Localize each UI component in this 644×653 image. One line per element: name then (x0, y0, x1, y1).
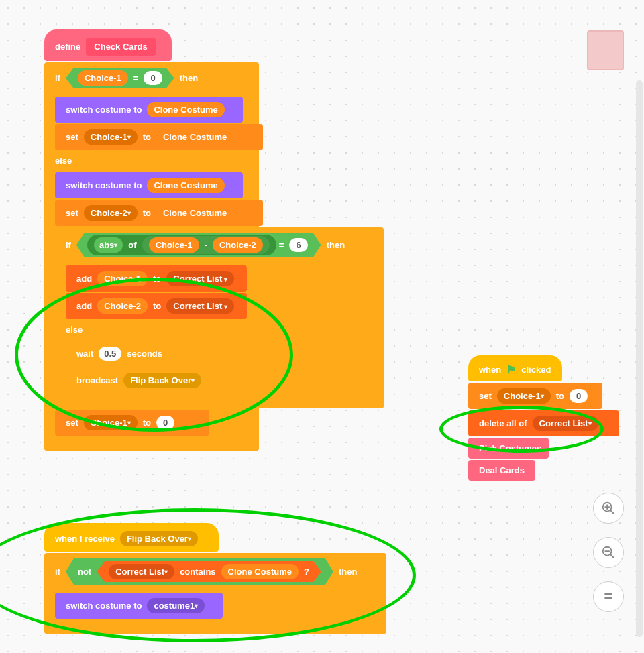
wait-seconds-input[interactable]: 0.5 (99, 347, 121, 361)
to-label-2: to (143, 208, 151, 218)
then-keyword-3: then (339, 567, 357, 577)
if-else-block-inner[interactable]: if abs of Choice-1 - Choice-2 (55, 227, 384, 408)
variable-reporter-choice1-c[interactable]: Choice-1 (97, 271, 148, 286)
else-row-inner: else (55, 320, 384, 339)
abs-dropdown[interactable]: abs (94, 237, 123, 253)
if-keyword: if (55, 73, 60, 83)
variable-dropdown-choice2[interactable]: Choice-2 (84, 205, 138, 221)
subtract-operator[interactable]: Choice-1 - Choice-2 (142, 236, 270, 254)
outer-if-foot (44, 437, 259, 451)
equals-operator-2[interactable]: abs of Choice-1 - Choice-2 = 6 (76, 233, 321, 257)
zoom-reset-label: = (604, 588, 613, 605)
question-mark: ? (304, 567, 309, 577)
variable-reporter-clone-costume-4[interactable]: Clone Costume (156, 205, 233, 221)
if3-foot (44, 620, 386, 634)
set-variable-block-3[interactable]: set Choice-1 to 0 (55, 410, 209, 436)
variable-reporter-clone-costume-3[interactable]: Clone Costume (147, 178, 224, 193)
list-contains-reporter[interactable]: Correct List contains Clone Costume ? (97, 561, 321, 582)
when-flag-clicked-hat[interactable]: when ⚑ clicked (468, 355, 562, 381)
delete-all-of-list-block[interactable]: delete all of Correct List (468, 410, 619, 436)
if-block-3[interactable]: if not Correct List contains Clone Costu… (44, 553, 386, 634)
zoom-out-button[interactable] (593, 537, 624, 568)
else-row-outer: else (44, 152, 259, 170)
define-hat-block[interactable]: define Check Cards (44, 29, 172, 61)
to-label: to (143, 132, 151, 142)
if-else-block-outer[interactable]: if Choice-1 = 0 then switch costume to C… (44, 62, 259, 451)
script-stack-1[interactable]: define Check Cards if Choice-1 = 0 then … (44, 28, 259, 451)
sprite-thumbnail[interactable] (587, 30, 624, 70)
number-input-six[interactable]: 6 (289, 238, 307, 252)
wait-label: wait (76, 349, 93, 359)
variable-reporter-clone-costume-2[interactable]: Clone Costume (156, 129, 233, 145)
else-keyword-2: else (66, 324, 83, 335)
zoom-in-icon (601, 501, 616, 516)
number-input-zero[interactable]: 0 (144, 71, 162, 85)
switch-costume-block-2[interactable]: switch costume to Clone Costume (55, 172, 243, 198)
variable-dropdown-choice1-b[interactable]: Choice-1 (84, 415, 138, 430)
vertical-scrollbar[interactable] (636, 80, 643, 637)
broadcast-block[interactable]: broadcast Flip Back Over (66, 367, 220, 394)
list-dropdown-4[interactable]: Correct List (533, 416, 598, 431)
if-condition-row: if Choice-1 = 0 then (44, 62, 259, 94)
clicked-label: clicked (521, 365, 551, 375)
inner-if-foot (55, 395, 384, 408)
then-keyword-2: then (327, 240, 345, 250)
script-stack-3[interactable]: when ⚑ clicked set Choice-1 to 0 delete … (468, 354, 619, 481)
add-to-list-block-2[interactable]: add Choice-2 to Correct List (66, 293, 247, 319)
then-keyword: then (180, 73, 198, 83)
switch-costume-label-2: switch costume to (66, 180, 142, 190)
variable-reporter-clone-costume[interactable]: Clone Costume (147, 102, 224, 117)
call-deal-cards[interactable]: Deal Cards (468, 460, 535, 481)
minus-sign: - (205, 240, 207, 250)
switch-costume-label: switch costume to (66, 105, 142, 115)
scratch-scripts-area[interactable]: define Check Cards if Choice-1 = 0 then … (0, 0, 644, 653)
variable-dropdown-choice1-c[interactable]: Choice-1 (497, 388, 551, 404)
set-variable-block-2[interactable]: set Choice-2 to Clone Costume (55, 200, 263, 226)
abs-of-operator[interactable]: abs of Choice-1 - Choice-2 (87, 235, 276, 255)
zoom-controls: = (593, 493, 624, 612)
number-input-zero-2[interactable]: 0 (156, 416, 174, 430)
zoom-in-button[interactable] (593, 493, 624, 524)
equals-sign-2: = (279, 240, 284, 250)
message-dropdown[interactable]: Flip Back Over (123, 373, 201, 388)
define-keyword: define (55, 42, 80, 52)
costume-dropdown[interactable]: costume1 (147, 598, 205, 613)
variable-dropdown-choice1[interactable]: Choice-1 (84, 129, 138, 145)
equals-operator[interactable]: Choice-1 = 0 (66, 68, 174, 88)
deal-cards-label: Deal Cards (479, 465, 525, 475)
when-receive-label: when I receive (55, 534, 115, 544)
list-dropdown-2[interactable]: Correct List (166, 298, 234, 314)
else-keyword: else (55, 156, 72, 166)
set-variable-block-4[interactable]: set Choice-1 to 0 (468, 383, 602, 409)
call-pick-costumes[interactable]: Pick Costumes (468, 438, 549, 459)
to-label-4: to (153, 301, 161, 311)
set-variable-block-1[interactable]: set Choice-1 to Clone Costume (55, 124, 263, 150)
when-receive-hat[interactable]: when I receive Flip Back Over (44, 523, 219, 552)
not-operator[interactable]: not Correct List contains Clone Costume … (66, 558, 333, 585)
pick-costumes-label: Pick Costumes (479, 443, 541, 453)
variable-reporter-choice1-b[interactable]: Choice-1 (149, 237, 199, 253)
to-label-3: to (153, 274, 161, 284)
svg-line-5 (610, 554, 614, 558)
message-dropdown-2[interactable]: Flip Back Over (120, 531, 198, 546)
list-dropdown-3[interactable]: Correct List (109, 564, 174, 579)
add-label-2: add (76, 301, 92, 311)
when-label: when (479, 365, 501, 375)
script-stack-2[interactable]: when I receive Flip Back Over if not Cor… (44, 522, 386, 634)
add-to-list-block-1[interactable]: add Choice-1 to Correct List (66, 265, 247, 292)
if3-row: if not Correct List contains Clone Costu… (44, 553, 386, 590)
green-flag-icon: ⚑ (506, 363, 516, 376)
number-input-zero-3[interactable]: 0 (570, 389, 588, 403)
switch-costume-block-1[interactable]: switch costume to Clone Costume (55, 97, 243, 123)
to-label-6: to (556, 391, 564, 401)
list-dropdown-1[interactable]: Correct List (166, 271, 234, 286)
variable-reporter-choice1[interactable]: Choice-1 (78, 70, 128, 86)
variable-reporter-clone-costume-5[interactable]: Clone Costume (221, 564, 299, 579)
switch-costume-block-3[interactable]: switch costume to costume1 (55, 593, 223, 619)
svg-line-1 (610, 510, 614, 514)
variable-reporter-choice2-b[interactable]: Choice-2 (213, 237, 263, 253)
variable-reporter-choice2-c[interactable]: Choice-2 (97, 298, 148, 314)
not-label: not (78, 567, 91, 577)
wait-block[interactable]: wait 0.5 seconds (66, 341, 173, 366)
zoom-reset-button[interactable]: = (593, 581, 624, 612)
